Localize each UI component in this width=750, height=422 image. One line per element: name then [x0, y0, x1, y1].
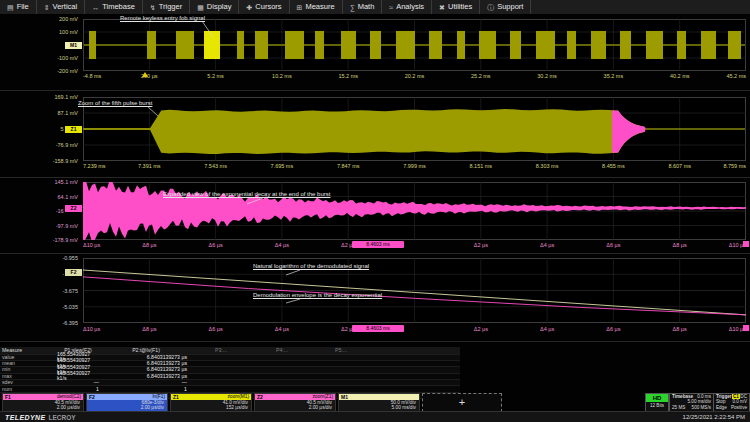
x-axis-label: Δ4 µs: [275, 242, 289, 248]
y-axis-label: 169.1 mV: [0, 94, 78, 100]
timebase-samplerate: 500 MS/s: [692, 405, 711, 410]
measure-cell: [253, 380, 313, 385]
measure-cell: [191, 380, 253, 385]
y-axis-label: -100 mV: [0, 55, 78, 61]
measure-cell: [313, 367, 371, 372]
measure-cell: [313, 380, 371, 385]
x-axis-label: Δ4 µs: [540, 242, 554, 248]
panel-separator: [0, 341, 750, 342]
y-axis-label: -5.035: [0, 304, 78, 310]
trigger-time-marker[interactable]: [142, 72, 148, 77]
x-axis-label: Δ6 µs: [606, 326, 620, 332]
file-icon: ▤: [7, 4, 14, 11]
menu-item-label: Measure: [305, 3, 334, 11]
y-axis-label: -178.9 mV: [0, 237, 78, 243]
descriptor-z1[interactable]: Z1zoom(M1)41.0 mV/div152 µs/div: [170, 393, 252, 412]
trigger-descriptor[interactable]: Trigger C1 DC Stop 0.0 mV Edge Positive: [713, 393, 750, 412]
annotation-fob-signal: Remote keyless entry fob signal: [120, 15, 205, 21]
menu-item-math[interactable]: ∑Math: [343, 0, 383, 14]
measure-title: Measure: [0, 347, 55, 354]
descriptor-hscale: 152 µs/div: [171, 405, 251, 410]
y-axis-label: 145.1 mV: [0, 179, 78, 185]
descriptor-function: ln(F1): [152, 395, 165, 400]
x-axis-label: 25.2 ms: [471, 73, 491, 79]
trace-label-f2[interactable]: F2: [64, 268, 83, 277]
y-axis-label: -76.9 mV: [0, 142, 78, 148]
menu-item-display[interactable]: ▦Display: [190, 0, 239, 14]
descriptor-hscale: 2.00 µs/div: [87, 405, 167, 410]
measure-cell: 6.8403139273 µs: [103, 367, 191, 372]
measure-col-header: P3:...: [191, 347, 253, 354]
measure-row-label: sdev: [0, 380, 55, 385]
menu-item-label: Cursors: [255, 3, 281, 11]
menu-item-measure[interactable]: ⊞Measure: [290, 0, 343, 14]
menu-item-cursors[interactable]: ✚Cursors: [239, 0, 289, 14]
descriptor-id: F2: [89, 395, 95, 400]
y-axis-label: -158.9 mV: [0, 158, 78, 164]
descriptor-id: F1: [5, 395, 11, 400]
analysis-icon: ≈: [389, 4, 393, 11]
oscilloscope-app: ▤File⇕Vertical↔Timebase↯Trigger▦Display✚…: [0, 0, 750, 422]
descriptor-id: Z2: [257, 395, 263, 400]
panel-separator: [0, 177, 750, 178]
trace-label-z1[interactable]: Z1: [64, 125, 83, 134]
measure-cell: [191, 374, 253, 379]
zoom-edge-marker: [743, 325, 749, 331]
descriptor-m1[interactable]: M150.0 mV/div5.00 ms/div: [338, 393, 420, 412]
descriptor-function: zoom(M1): [227, 395, 249, 400]
measure-cell: [191, 386, 253, 391]
measure-cell: —: [103, 380, 191, 385]
measure-cell: [313, 361, 371, 366]
x-axis-label: Δ6 µs: [209, 326, 223, 332]
menu-item-analysis[interactable]: ≈Analysis: [382, 0, 432, 14]
x-axis-label: 8.607 ms: [668, 163, 691, 169]
panel-separator: [0, 90, 750, 91]
descriptor-hscale: 2.00 µs/div: [3, 405, 83, 410]
trigger-type: Edge: [716, 405, 727, 410]
x-axis-label: 8.759 ms: [723, 163, 746, 169]
datetime-label: 12/25/2021 2:22:54 PM: [683, 414, 745, 420]
menu-item-support[interactable]: ⓘSupport: [480, 0, 531, 14]
brand-teledyne: TELEDYNE: [5, 414, 46, 421]
measure-cell: [253, 361, 313, 366]
annotation-demod-envelope: Demodulation envelope is the decay expon…: [253, 292, 382, 298]
timebase-descriptor[interactable]: Timebase 0.0 ms 5.00 ms/div 25 MS 500 MS…: [669, 393, 714, 412]
y-axis-label: -200 mV: [0, 68, 78, 74]
x-axis-label: 45.2 ms: [726, 73, 746, 79]
menu-item-label: Trigger: [159, 3, 182, 11]
measure-cell: [253, 355, 313, 360]
measure-cell: [313, 374, 371, 379]
x-axis-label: 15.2 ms: [338, 73, 358, 79]
menu-item-vertical[interactable]: ⇕Vertical: [37, 0, 85, 14]
measure-cell: [253, 367, 313, 372]
x-axis-label: 7.695 ms: [271, 163, 294, 169]
x-axis-label: Δ8 µs: [142, 326, 156, 332]
x-axis-label: -4.8 ms: [83, 73, 101, 79]
descriptor-z2[interactable]: Z2zoom(Z1)40.5 mV/div2.00 µs/div: [254, 393, 336, 412]
x-axis-label: Δ2 µs: [474, 242, 488, 248]
x-axis-label: 40.2 ms: [670, 73, 690, 79]
menu-bar: ▤File⇕Vertical↔Timebase↯Trigger▦Display✚…: [0, 0, 750, 15]
trace-label-z2[interactable]: Z2: [64, 204, 83, 213]
x-axis-label: 7.847 ms: [337, 163, 360, 169]
zoom-center-badge: 8.4603 ms: [352, 241, 404, 248]
status-bar: TELEDYNE LECROY 12/25/2021 2:22:54 PM: [0, 411, 750, 422]
timebase-icon: ↔: [92, 4, 99, 11]
menu-item-label: Math: [358, 3, 375, 11]
measure-col-header: P2:t@lv(F1): [103, 347, 191, 354]
menu-item-utilities[interactable]: ✖Utilities: [432, 0, 480, 14]
display-icon: ▦: [197, 4, 204, 11]
panel-separator: [0, 253, 750, 254]
menu-item-label: Display: [207, 3, 232, 11]
descriptor-f1[interactable]: F1demod(C2)40.5 mV/div2.00 µs/div: [2, 393, 84, 412]
menu-item-trigger[interactable]: ↯Trigger: [143, 0, 190, 14]
add-trace-button[interactable]: +: [422, 393, 502, 412]
y-axis-label: -6.395: [0, 320, 78, 326]
y-axis-label: 87.1 mV: [0, 110, 78, 116]
descriptor-f2[interactable]: F2ln(F1)680e-3/div2.00 µs/div: [86, 393, 168, 412]
menu-item-timebase[interactable]: ↔Timebase: [85, 0, 143, 14]
waveform-panel-m1: [83, 19, 746, 71]
menu-item-file[interactable]: ▤File: [0, 0, 37, 14]
trace-label-m1[interactable]: M1: [64, 41, 83, 50]
timebase-samples: 25 MS: [672, 405, 685, 410]
